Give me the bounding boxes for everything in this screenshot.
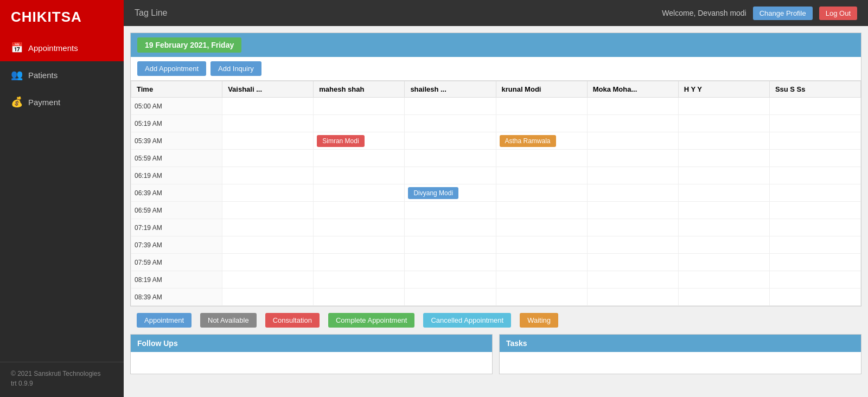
schedule-cell[interactable] — [496, 202, 587, 219]
schedule-cell[interactable] — [405, 289, 496, 306]
schedule-cell[interactable] — [496, 236, 587, 254]
schedule-cell[interactable] — [222, 202, 314, 219]
schedule-cell[interactable] — [405, 271, 496, 289]
schedule-cell[interactable] — [769, 202, 860, 219]
sidebar-item-payment[interactable]: 💰 Payment — [0, 88, 124, 116]
schedule-cell[interactable] — [587, 271, 678, 289]
schedule-cell[interactable] — [222, 167, 314, 184]
schedule-cell[interactable] — [496, 115, 587, 132]
schedule-cell[interactable] — [222, 132, 314, 150]
sidebar-item-appointments[interactable]: 📅 Appointments — [0, 34, 124, 61]
schedule-cell[interactable] — [222, 254, 314, 271]
schedule-cell[interactable] — [587, 184, 678, 202]
schedule-cell[interactable] — [678, 254, 769, 271]
table-row: 06:39 AMDivyang Modi — [131, 184, 861, 202]
tagline: Tag Line — [135, 8, 662, 18]
schedule-cell[interactable] — [222, 115, 314, 132]
schedule-cell[interactable] — [678, 150, 769, 167]
legend-consultation: Consultation — [265, 313, 320, 328]
sidebar-label-appointments: Appointments — [28, 43, 78, 53]
schedule-cell[interactable] — [587, 132, 678, 150]
schedule-cell[interactable] — [769, 271, 860, 289]
schedule-cell[interactable] — [222, 271, 314, 289]
schedule-cell[interactable] — [587, 98, 678, 115]
schedule-cell[interactable] — [222, 150, 314, 167]
schedule-cell[interactable] — [769, 219, 860, 236]
schedule-cell[interactable] — [587, 167, 678, 184]
schedule-cell[interactable] — [587, 254, 678, 271]
schedule-cell[interactable] — [496, 271, 587, 289]
appointment-tag[interactable]: Divyang Modi — [408, 187, 458, 199]
schedule-cell[interactable] — [405, 150, 496, 167]
schedule-cell[interactable] — [678, 115, 769, 132]
schedule-cell[interactable] — [314, 202, 405, 219]
schedule-cell[interactable] — [496, 289, 587, 306]
schedule-cell[interactable] — [678, 184, 769, 202]
schedule-cell[interactable] — [587, 289, 678, 306]
schedule-cell[interactable] — [314, 271, 405, 289]
schedule-cell[interactable] — [314, 236, 405, 254]
logout-button[interactable]: Log Out — [819, 7, 857, 20]
schedule-cell[interactable]: Divyang Modi — [405, 184, 496, 202]
schedule-cell[interactable] — [678, 219, 769, 236]
schedule-cell[interactable] — [587, 236, 678, 254]
schedule-cell[interactable] — [678, 289, 769, 306]
schedule-cell[interactable] — [222, 219, 314, 236]
schedule-cell[interactable] — [314, 184, 405, 202]
schedule-cell[interactable] — [405, 167, 496, 184]
schedule-cell[interactable] — [678, 132, 769, 150]
add-inquiry-button[interactable]: Add Inquiry — [210, 61, 261, 76]
schedule-cell[interactable] — [314, 150, 405, 167]
schedule-cell[interactable] — [405, 132, 496, 150]
schedule-cell[interactable] — [496, 184, 587, 202]
schedule-cell[interactable] — [678, 98, 769, 115]
schedule-cell[interactable] — [405, 202, 496, 219]
schedule-cell[interactable] — [587, 219, 678, 236]
schedule-cell[interactable] — [678, 271, 769, 289]
schedule-cell[interactable] — [587, 150, 678, 167]
schedule-cell[interactable] — [678, 236, 769, 254]
schedule-cell[interactable] — [769, 150, 860, 167]
schedule-cell[interactable] — [769, 254, 860, 271]
schedule-cell[interactable] — [405, 219, 496, 236]
schedule-cell[interactable] — [678, 167, 769, 184]
schedule-cell[interactable]: Astha Ramwala — [496, 132, 587, 150]
schedule-cell[interactable] — [496, 219, 587, 236]
schedule-cell[interactable] — [222, 236, 314, 254]
schedule-cell[interactable] — [769, 289, 860, 306]
schedule-cell[interactable] — [222, 98, 314, 115]
schedule-cell[interactable] — [496, 254, 587, 271]
schedule-cell[interactable] — [587, 202, 678, 219]
schedule-cell[interactable] — [405, 115, 496, 132]
schedule-cell[interactable] — [587, 115, 678, 132]
schedule-cell[interactable] — [496, 150, 587, 167]
sidebar-label-payment: Payment — [28, 98, 60, 107]
schedule-cell[interactable] — [769, 98, 860, 115]
schedule-cell[interactable] — [314, 115, 405, 132]
schedule-cell[interactable] — [769, 236, 860, 254]
schedule-cell[interactable] — [769, 184, 860, 202]
add-appointment-button[interactable]: Add Appointment — [137, 61, 206, 76]
schedule-cell[interactable] — [769, 167, 860, 184]
schedule-cell[interactable] — [314, 289, 405, 306]
schedule-cell[interactable] — [678, 202, 769, 219]
schedule-cell[interactable] — [405, 254, 496, 271]
sidebar-item-patients[interactable]: 👥 Patients — [0, 61, 124, 88]
schedule-cell[interactable] — [405, 236, 496, 254]
schedule-cell[interactable] — [769, 132, 860, 150]
schedule-cell[interactable] — [314, 254, 405, 271]
appointment-tag[interactable]: Astha Ramwala — [500, 135, 556, 147]
schedule-cell[interactable] — [496, 98, 587, 115]
change-profile-button[interactable]: Change Profile — [753, 7, 813, 20]
schedule-cell[interactable] — [314, 167, 405, 184]
schedule-cell[interactable] — [769, 115, 860, 132]
appointment-tag[interactable]: Simran Modi — [317, 135, 364, 147]
schedule-cell[interactable] — [405, 98, 496, 115]
schedule-cell[interactable] — [314, 219, 405, 236]
schedule-cell[interactable]: Simran Modi — [314, 132, 405, 150]
schedule-cell[interactable] — [314, 98, 405, 115]
schedule-cell[interactable] — [496, 167, 587, 184]
schedule-cell[interactable] — [222, 289, 314, 306]
schedule-cell[interactable] — [222, 184, 314, 202]
schedule-wrapper[interactable]: Time Vaishali ... mahesh shah shailesh .… — [131, 81, 861, 306]
